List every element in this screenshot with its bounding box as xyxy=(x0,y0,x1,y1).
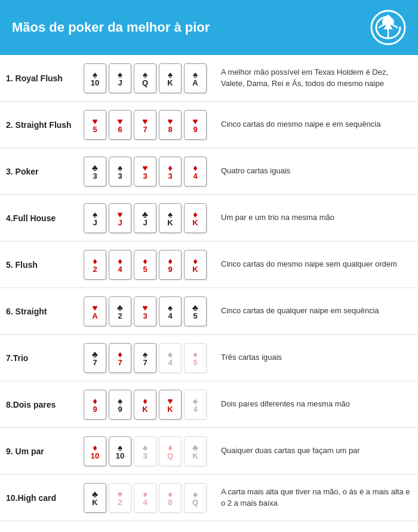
card-rank: 2 xyxy=(93,265,97,273)
playing-card: ♦K xyxy=(184,250,207,280)
hand-row: 1. Royal Flush♠10♠J♠Q♠K♠AA melhor mão po… xyxy=(0,55,418,102)
hand-description: Três cartas iguais xyxy=(215,352,282,363)
card-rank: 3 xyxy=(143,312,147,320)
hand-cards: ♣K♥2♦4♦8♠Q xyxy=(84,483,215,513)
card-rank: K xyxy=(192,265,198,273)
hands-list: 1. Royal Flush♠10♠J♠Q♠K♠AA melhor mão po… xyxy=(0,55,418,521)
playing-card: ♦5 xyxy=(134,250,156,280)
hand-cards: ♠J♥J♣J♠K♦K xyxy=(84,203,215,233)
hand-row: 7.Trio♣7♦7♠7♠4♦5Três cartas iguais xyxy=(0,335,418,381)
playing-card: ♥3 xyxy=(134,157,156,186)
hand-cards: ♣3♠3♥3♦3♦4 xyxy=(84,157,215,186)
card-rank: 4 xyxy=(168,359,172,366)
card-rank: K xyxy=(142,405,147,413)
playing-card: ♦Q xyxy=(159,436,182,466)
playing-card: ♠K xyxy=(159,63,182,93)
hand-name: 7.Trio xyxy=(6,353,84,363)
card-rank: J xyxy=(143,219,147,227)
card-suit: ♦ xyxy=(193,350,198,359)
playing-card: ♥5 xyxy=(84,110,106,140)
card-rank: 8 xyxy=(168,499,172,506)
page-title: Mãos de poker da melhor à pior xyxy=(12,20,210,35)
hand-cards: ♥A♣2♥3♠4♣5 xyxy=(84,296,215,326)
card-suit: ♥ xyxy=(193,117,198,126)
card-suit: ♦ xyxy=(168,163,173,172)
card-rank: 2 xyxy=(118,499,122,506)
card-suit: ♥ xyxy=(168,117,173,126)
card-suit: ♦ xyxy=(193,210,198,219)
playing-card: ♦9 xyxy=(84,390,106,420)
playing-card: ♠K xyxy=(159,203,182,233)
card-suit: ♥ xyxy=(118,117,123,126)
card-rank: J xyxy=(93,219,97,227)
hand-name: 3. Poker xyxy=(6,167,84,176)
playing-card: ♦K xyxy=(184,203,207,233)
hand-row: 2. Straight Flush♥5♥6♥7♥8♥9Cinco cartas … xyxy=(0,102,418,148)
playing-card: ♠4 xyxy=(159,296,182,326)
card-rank: 10 xyxy=(116,452,124,460)
hand-description: A melhor mão possível em Texas Holdem é … xyxy=(215,67,412,88)
card-rank: 9 xyxy=(93,405,97,413)
playing-card: ♥J xyxy=(109,203,131,233)
card-suit: ♠ xyxy=(168,70,173,79)
card-rank: J xyxy=(118,219,122,227)
card-suit: ♣ xyxy=(192,443,198,452)
hand-name: 2. Straight Flush xyxy=(6,120,84,130)
page-header: Mãos de poker da melhor à pior xyxy=(0,0,418,55)
card-rank: 9 xyxy=(168,265,172,273)
playing-card: ♠J xyxy=(109,63,131,93)
card-suit: ♦ xyxy=(168,256,173,265)
playing-card: ♠J xyxy=(84,203,106,233)
playing-card: ♥6 xyxy=(109,110,131,140)
playing-card: ♦9 xyxy=(159,250,182,280)
hand-row: 9. Um par♦10♠10♠3♦Q♣KQuaiquer duas carta… xyxy=(0,428,418,475)
playing-card: ♠4 xyxy=(159,343,182,373)
hand-row: 3. Poker♣3♠3♥3♦3♦4Quatro cartas iguais xyxy=(0,148,418,195)
card-rank: 9 xyxy=(193,126,197,133)
card-suit: ♠ xyxy=(193,490,198,499)
hand-name: 1. Royal Flush xyxy=(6,74,84,83)
card-suit: ♣ xyxy=(192,303,198,312)
playing-card: ♦10 xyxy=(84,436,106,466)
card-rank: K xyxy=(192,452,198,460)
card-rank: 7 xyxy=(143,359,147,366)
playing-card: ♥9 xyxy=(184,110,207,140)
card-rank: A xyxy=(92,312,97,320)
card-suit: ♠ xyxy=(118,443,122,452)
hand-row: 6. Straight♥A♣2♥3♠4♣5Cinco cartas de qua… xyxy=(0,288,418,335)
playing-card: ♣7 xyxy=(84,343,106,373)
playing-card: ♦2 xyxy=(84,250,106,280)
hand-cards: ♣7♦7♠7♠4♦5 xyxy=(84,343,215,373)
card-rank: K xyxy=(167,405,173,413)
card-rank: 3 xyxy=(168,172,172,180)
playing-card: ♣K xyxy=(184,436,207,466)
hand-cards: ♥5♥6♥7♥8♥9 xyxy=(84,110,215,140)
card-rank: 7 xyxy=(143,126,147,133)
card-rank: 6 xyxy=(118,126,122,133)
playing-card: ♠A xyxy=(184,63,207,93)
hand-description: Cinco cartas de qualquer naipe em sequên… xyxy=(215,305,379,316)
hand-description: A carta mais alta que tiver na mão, o ás… xyxy=(215,487,412,508)
card-rank: 4 xyxy=(193,172,197,180)
card-rank: 3 xyxy=(93,172,97,180)
hand-cards: ♦2♦4♦5♦9♦K xyxy=(84,250,215,280)
card-rank: K xyxy=(192,219,198,227)
card-rank: K xyxy=(167,79,173,87)
card-suit: ♦ xyxy=(93,256,97,265)
card-rank: K xyxy=(92,499,97,506)
card-rank: 2 xyxy=(118,312,122,320)
card-rank: 4 xyxy=(168,312,172,320)
hand-name: 8.Dois pares xyxy=(6,400,84,409)
playing-card: ♠10 xyxy=(109,436,131,466)
card-suit: ♦ xyxy=(143,396,147,405)
card-suit: ♣ xyxy=(92,163,98,172)
card-suit: ♥ xyxy=(118,490,123,499)
card-suit: ♠ xyxy=(168,350,173,359)
card-suit: ♠ xyxy=(168,303,173,312)
card-rank: 3 xyxy=(118,172,122,180)
card-suit: ♠ xyxy=(93,210,97,219)
hand-description: Um par e um trio na mesma mão xyxy=(215,212,334,223)
hand-cards: ♦10♠10♠3♦Q♣K xyxy=(84,436,215,466)
hand-row: 5. Flush♦2♦4♦5♦9♦KCinco cartas do mesmo … xyxy=(0,241,418,288)
hand-name: 9. Um par xyxy=(6,447,84,456)
